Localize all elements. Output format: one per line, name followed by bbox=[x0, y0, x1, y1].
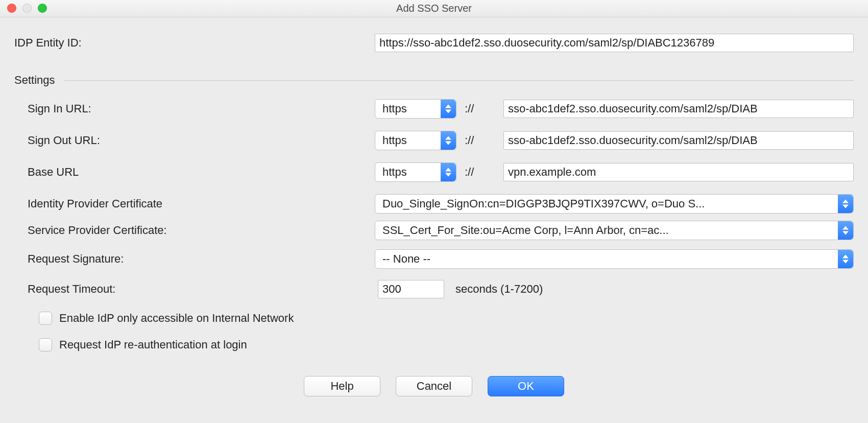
request-signature-value: -- None -- bbox=[382, 252, 430, 266]
sp-cert-row: Service Provider Certificate: SSL_Cert_F… bbox=[14, 221, 854, 240]
chevron-updown-icon bbox=[838, 195, 853, 213]
enable-internal-row: Enable IdP only accessible on Internal N… bbox=[14, 312, 854, 325]
close-icon[interactable] bbox=[7, 4, 16, 13]
request-signature-label: Request Signature: bbox=[14, 252, 372, 266]
enable-internal-label: Enable IdP only accessible on Internal N… bbox=[59, 312, 294, 325]
sp-cert-value: SSL_Cert_For_Site:ou=Acme Corp, l=Ann Ar… bbox=[382, 224, 669, 237]
sp-cert-label: Service Provider Certificate: bbox=[14, 224, 372, 237]
request-signature-select[interactable]: -- None -- bbox=[375, 249, 854, 269]
base-url-label: Base URL bbox=[14, 166, 372, 179]
sign-in-url-label: Sign In URL: bbox=[14, 102, 372, 115]
sign-out-scheme-value: https bbox=[382, 134, 407, 147]
idp-entity-input[interactable] bbox=[375, 34, 854, 52]
idp-cert-label: Identity Provider Certificate bbox=[14, 197, 372, 210]
zoom-icon[interactable] bbox=[38, 4, 47, 13]
sign-out-url-label: Sign Out URL: bbox=[14, 134, 372, 147]
request-timeout-input[interactable] bbox=[378, 280, 444, 298]
request-timeout-label: Request Timeout: bbox=[14, 283, 372, 296]
idp-cert-row: Identity Provider Certificate Duo_Single… bbox=[14, 194, 854, 214]
sign-in-scheme-value: https bbox=[382, 102, 407, 115]
chevron-updown-icon bbox=[441, 100, 456, 118]
base-separator: :// bbox=[460, 166, 500, 179]
idp-cert-select[interactable]: Duo_Single_SignOn:cn=DIGGP3BJQP9TIX397CW… bbox=[375, 194, 854, 214]
chevron-updown-icon bbox=[441, 163, 456, 181]
base-url-row: Base URL https :// bbox=[14, 162, 854, 182]
sign-out-separator: :// bbox=[460, 134, 500, 147]
idp-entity-label: IDP Entity ID: bbox=[14, 36, 372, 50]
base-scheme-select[interactable]: https bbox=[375, 162, 456, 182]
divider bbox=[64, 80, 854, 81]
titlebar: Add SSO Server bbox=[0, 0, 868, 17]
idp-entity-row: IDP Entity ID: bbox=[14, 34, 854, 52]
window-title: Add SSO Server bbox=[396, 3, 472, 14]
idp-cert-value: Duo_Single_SignOn:cn=DIGGP3BJQP9TIX397CW… bbox=[382, 197, 705, 210]
settings-legend: Settings bbox=[14, 74, 854, 87]
ok-button[interactable]: OK bbox=[488, 376, 564, 396]
request-signature-row: Request Signature: -- None -- bbox=[14, 249, 854, 269]
sign-out-host-input[interactable] bbox=[503, 131, 854, 150]
dialog-button-row: Help Cancel OK bbox=[14, 376, 854, 396]
request-timeout-row: Request Timeout: seconds (1-7200) bbox=[14, 280, 854, 298]
enable-internal-checkbox[interactable] bbox=[39, 312, 52, 325]
sp-cert-select[interactable]: SSL_Cert_For_Site:ou=Acme Corp, l=Ann Ar… bbox=[375, 221, 854, 240]
window-controls bbox=[7, 4, 47, 13]
chevron-updown-icon bbox=[441, 131, 456, 150]
sign-out-url-row: Sign Out URL: https :// bbox=[14, 131, 854, 150]
base-scheme-value: https bbox=[382, 166, 407, 179]
request-reauth-row: Request IdP re-authentication at login bbox=[14, 338, 854, 351]
sign-out-scheme-select[interactable]: https bbox=[375, 131, 456, 150]
request-reauth-label: Request IdP re-authentication at login bbox=[59, 338, 247, 351]
help-button[interactable]: Help bbox=[304, 376, 380, 396]
minimize-icon[interactable] bbox=[22, 4, 32, 13]
sign-in-scheme-select[interactable]: https bbox=[375, 99, 456, 119]
base-host-input[interactable] bbox=[503, 163, 854, 181]
chevron-updown-icon bbox=[838, 221, 853, 240]
request-timeout-suffix: seconds (1-7200) bbox=[455, 283, 854, 296]
settings-legend-label: Settings bbox=[14, 74, 55, 87]
sign-in-separator: :// bbox=[460, 102, 500, 115]
chevron-updown-icon bbox=[838, 250, 853, 268]
sign-in-host-input[interactable] bbox=[503, 100, 854, 118]
request-reauth-checkbox[interactable] bbox=[39, 338, 52, 351]
sign-in-url-row: Sign In URL: https :// bbox=[14, 99, 854, 119]
cancel-button[interactable]: Cancel bbox=[396, 376, 472, 396]
